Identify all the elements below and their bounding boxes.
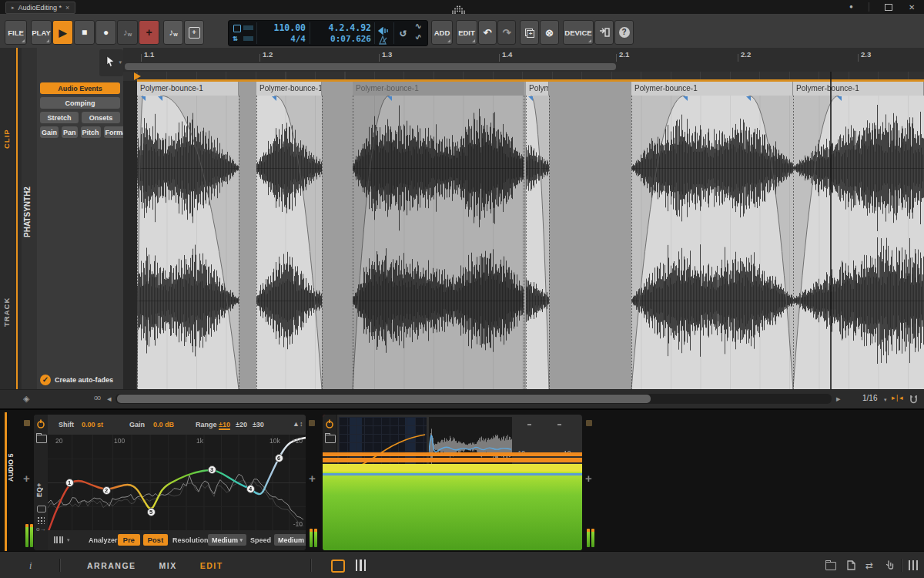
tab-close-icon[interactable]: × (65, 4, 69, 12)
browser-panel-icon[interactable] (825, 562, 836, 570)
expand-params-icon[interactable] (37, 516, 45, 524)
io-swap-icon[interactable]: ⇄ (865, 560, 873, 571)
eq-node-4[interactable]: 4 (246, 485, 255, 493)
add-device-after-button[interactable]: + (585, 472, 592, 485)
analyzer-mode-icon[interactable] (54, 536, 65, 543)
pointer-tool-button[interactable]: ▾ (99, 49, 123, 76)
device-menu-button[interactable]: DEVICE (563, 20, 594, 45)
device-track-label[interactable]: AUDIO 5 (7, 433, 19, 502)
info-icon[interactable]: i (29, 560, 32, 572)
position-field[interactable]: 4.2.4.92 0:07.626 (311, 21, 373, 45)
eq-node-2[interactable]: 2 (102, 486, 111, 495)
insert-device-button[interactable] (594, 20, 614, 45)
edit-menu-button[interactable]: EDIT (456, 20, 477, 45)
preset-folder-icon[interactable] (36, 435, 47, 443)
clip-tab[interactable]: CLIP (2, 116, 15, 162)
redo-button[interactable]: ↷ (497, 20, 516, 45)
record-button[interactable]: ● (95, 20, 116, 45)
play-button[interactable]: ▶ (52, 20, 73, 45)
panel-button-onsets[interactable]: Onsets (82, 112, 120, 123)
eq-curve-canvas[interactable] (48, 435, 306, 530)
undo-button[interactable]: ↶ (478, 20, 497, 45)
launcher-view-icon[interactable] (356, 560, 367, 571)
fade-in-handle[interactable] (683, 96, 688, 101)
magnet-icon[interactable] (909, 395, 919, 405)
link-icon[interactable]: o-o (94, 394, 99, 402)
fade-in-handle[interactable] (141, 96, 146, 101)
shuffle-amount-bar[interactable] (243, 36, 253, 41)
add-device-before-button[interactable]: + (23, 472, 30, 485)
groove-amount-bar[interactable] (243, 25, 253, 30)
range-option-±10[interactable]: ±10 (219, 421, 230, 430)
punch-record-button[interactable]: + (139, 20, 159, 45)
add-device-middle-button[interactable]: + (309, 472, 316, 485)
help-button[interactable]: ? (614, 20, 634, 45)
range-option-±30[interactable]: ±30 (253, 421, 264, 430)
tempo-value[interactable]: 110.00 (273, 22, 306, 33)
eq-node-6[interactable]: 6 (275, 454, 283, 462)
clip-view-icon[interactable] (331, 560, 345, 573)
automation-write-button[interactable]: ♪w (117, 20, 138, 45)
overdub-button[interactable]: + (184, 20, 204, 45)
analyzer-post-button[interactable]: Post (143, 534, 168, 546)
fade-curve-icon[interactable]: ∿ (415, 22, 421, 30)
gain-value[interactable]: 0.0 dB (153, 421, 174, 428)
panel-button-gain[interactable]: Gain (40, 126, 59, 138)
power-icon[interactable] (36, 419, 45, 428)
eq-graph[interactable]: 201001k10k 123456 +10 -10 (48, 435, 306, 530)
position-bars[interactable]: 4.2.4.92 (329, 22, 371, 33)
grid-caret-icon[interactable]: ▾ (884, 397, 887, 403)
stop-button[interactable]: ■ (74, 20, 95, 45)
eq-node-1[interactable]: 1 (65, 479, 74, 487)
separator-state-square[interactable] (309, 420, 315, 426)
scroll-left-icon[interactable]: ◂ (107, 394, 112, 404)
shift-value[interactable]: 0.00 st (82, 421, 103, 428)
groove-toggle-icon[interactable] (233, 25, 241, 32)
clip-header[interactable]: Polymer- (526, 82, 549, 96)
view-tab-mix[interactable]: MIX (159, 561, 177, 570)
speed-dropdown[interactable]: Medium▾ (274, 534, 306, 546)
close-window-button[interactable]: ✕ (909, 3, 915, 12)
power-icon[interactable] (325, 419, 334, 428)
shuffle-icon[interactable]: ⇅ (233, 33, 238, 43)
document-tab[interactable]: ▸ AudioEditing * × (5, 2, 75, 14)
analyzer-caret-icon[interactable]: ▾ (67, 537, 70, 543)
clip-header[interactable]: Polymer-bounce-1 (137, 82, 239, 96)
zoom-range-bar[interactable] (125, 63, 616, 70)
mixer-panel-icon[interactable] (909, 560, 918, 570)
tempo-field[interactable]: 110.00 4/4 (258, 21, 307, 45)
time-signature[interactable]: 4/4 (290, 34, 306, 44)
fade-in-handle[interactable] (837, 96, 842, 101)
panel-button-audio-events[interactable]: Audio Events (40, 82, 120, 94)
clip-header[interactable]: Polymer-bounce-1 (793, 82, 924, 96)
panel-button-stretch[interactable]: Stretch (40, 112, 79, 123)
scroll-right-icon[interactable]: ▸ (836, 394, 841, 404)
fade-out-handle[interactable] (158, 96, 162, 101)
horizontal-scrollbar[interactable] (116, 394, 832, 404)
duplicate-button[interactable]: + (520, 20, 539, 45)
play-menu-button[interactable]: PLAY (31, 20, 52, 45)
panel-button-pan[interactable]: Pan (62, 126, 78, 138)
auto-fades-checkbox[interactable]: ✓ (40, 375, 51, 385)
fade-out-handle[interactable] (272, 96, 276, 101)
eq-node-3[interactable]: 3 (208, 465, 216, 474)
crossfade-curve-icon[interactable]: ∿ (415, 33, 421, 42)
panel-button-pitch[interactable]: Pitch (81, 126, 101, 138)
separator-state-square[interactable] (586, 420, 592, 426)
snap-icon[interactable]: ▸❘◂ (892, 394, 902, 402)
restore-button[interactable] (885, 4, 892, 11)
track-name-label[interactable]: PHATSYNTH2 (23, 162, 36, 262)
fade-in-handle[interactable] (387, 96, 392, 101)
track-state-square[interactable] (24, 420, 30, 426)
position-time[interactable]: 0:07.626 (330, 34, 371, 44)
eq-node-5[interactable]: 5 (147, 508, 156, 516)
clip-automation-write-button[interactable]: ♪w (163, 20, 183, 45)
layered-editing-icon[interactable]: ◈ (23, 394, 29, 404)
minimize-button[interactable]: ● (849, 3, 853, 10)
timeline-ruler[interactable]: 1.11.21.31.42.12.22.3 (123, 48, 924, 62)
scrollbar-thumb[interactable] (117, 395, 651, 403)
panel-button-comping[interactable]: Comping (40, 97, 120, 109)
fade-out-handle[interactable] (528, 96, 533, 101)
resolution-dropdown[interactable]: Medium▾ (208, 534, 246, 546)
inspector-panel-icon[interactable] (847, 560, 855, 570)
